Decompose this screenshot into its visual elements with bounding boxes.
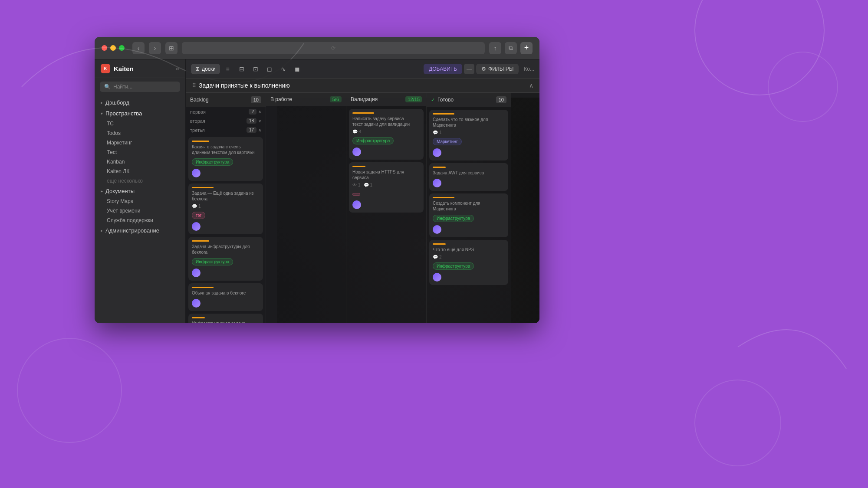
sidebar-item-todos[interactable]: Todos — [95, 128, 185, 138]
board-collapse-button[interactable]: ∧ — [529, 82, 533, 89]
tab-table[interactable]: ⊡ — [250, 63, 262, 75]
group-label: третья — [190, 128, 205, 133]
comment-count: 1 — [198, 204, 201, 209]
tab-calendar[interactable]: ◻ — [263, 63, 276, 75]
tab-boards[interactable]: ⊞ доски — [191, 64, 220, 74]
card-title: Обычная задача в беклоге — [192, 290, 260, 296]
sidebar-collapse-button[interactable]: « — [176, 65, 179, 72]
titlebar-actions: ↑ ⧉ + — [489, 42, 533, 54]
card-meta: 💬 2 — [433, 255, 505, 259]
search-placeholder: Найти... — [113, 84, 132, 90]
card-footer — [352, 200, 420, 209]
sidebar-item-tc[interactable]: ТС — [95, 119, 185, 128]
sidebar-item-kaiten-lk[interactable]: Kaiten ЛК — [95, 167, 185, 176]
card[interactable]: Написать задачу сервиса — текст задачи д… — [349, 109, 424, 160]
card-tag: Инфраструктура — [433, 262, 474, 270]
tab-chart[interactable]: ∿ — [277, 63, 289, 75]
col-header-validation: Валидация 12/15 — [346, 93, 426, 106]
card[interactable]: Что-то ещё для NPS 💬 2 Инфраструктура — [429, 240, 508, 285]
boards-icon: ⊞ — [195, 66, 200, 72]
sidebar-nav: ▸ Дэшборд ▾ Пространства ТС Todos Маркет… — [95, 95, 185, 238]
card-priority-bar — [352, 112, 374, 114]
card[interactable]: Задача AWT для сервиса — [429, 163, 508, 191]
sidebar-item-more[interactable]: ещё несколько — [95, 176, 185, 186]
card-footer — [192, 169, 260, 177]
sidebar-item-documents[interactable]: ▸ Документы — [95, 186, 185, 197]
avatar — [433, 148, 441, 157]
col-body-in-progress — [266, 106, 346, 323]
card-title: Задача — Ещё одна задача из беклога — [192, 190, 260, 202]
sidebar-item-dashboard[interactable]: ▸ Дэшборд — [95, 97, 185, 108]
comment-count: 1 — [370, 183, 373, 187]
card[interactable]: Инфраструктурная задача Инфраструктура — [188, 314, 263, 323]
copy-button[interactable]: ⧉ — [505, 42, 517, 54]
group-badge: 2 — [249, 109, 256, 115]
sidebar-item-kanban[interactable]: Kanban — [95, 157, 185, 167]
add-label: ДОБАВИТЬ — [429, 66, 457, 72]
sidebar-item-story-maps[interactable]: Story Maps — [95, 197, 185, 206]
col-body-backlog: Какая-то задача с очень длинным текстом … — [186, 134, 266, 323]
sidebar-item-spaces[interactable]: ▾ Пространства — [95, 108, 185, 119]
card[interactable]: Сделать что-то важное для Маркетинга 💬 1… — [429, 110, 508, 160]
add-button[interactable]: ДОБАВИТЬ — [424, 64, 462, 74]
card[interactable]: Какая-то задача с очень длинным текстом … — [188, 137, 263, 181]
avatar — [192, 222, 201, 231]
comment-count: 4 — [359, 129, 362, 134]
card-footer — [433, 148, 505, 157]
card-title: Задача инфраструктуры для беклога — [192, 244, 260, 255]
close-button[interactable] — [102, 45, 107, 51]
share-button[interactable]: ↑ — [489, 42, 501, 54]
sidebar-item-marketing[interactable]: Маркетинг — [95, 138, 185, 147]
tab-grid[interactable]: ⊟ — [236, 63, 248, 75]
card[interactable]: Создать компонент для Маркетинга Инфраст… — [429, 193, 508, 237]
tab-timeline[interactable]: ◼ — [291, 63, 303, 75]
card[interactable]: Обычная задача в беклоге — [188, 283, 263, 311]
card[interactable]: Задача — Ещё одна задача из беклога 💬 1 … — [188, 183, 263, 234]
search-box[interactable]: 🔍 Найти... — [100, 82, 180, 92]
group-row-2: вторая 18 ∨ — [186, 116, 266, 125]
sidebar-item-time-tracking[interactable]: Учёт времени — [95, 206, 185, 216]
col-count: 12/15 — [405, 96, 422, 102]
fullscreen-button[interactable] — [119, 45, 125, 51]
board-title: Задачи принятые к выполнению — [199, 82, 290, 89]
card-footer — [192, 269, 260, 277]
new-tab-button[interactable]: + — [520, 42, 533, 54]
board-header: ⠿ Задачи принятые к выполнению ∧ — [186, 79, 539, 93]
group-arrow[interactable]: ∧ — [258, 109, 261, 114]
logo-letter: K — [104, 66, 107, 71]
sidebar-label: Пространства — [105, 110, 142, 117]
card-meta: 👁 1 💬 1 — [352, 183, 420, 187]
card-tag: Маркетинг — [433, 138, 462, 145]
group-arrow[interactable]: ∨ — [258, 118, 261, 123]
card-priority-bar — [192, 240, 209, 242]
sidebar-label: Учёт времени — [107, 208, 140, 214]
card[interactable]: Задача инфраструктуры для беклога Инфрас… — [188, 237, 263, 281]
tab-list[interactable]: ≡ — [222, 63, 234, 75]
card-priority-bar — [192, 141, 209, 142]
sidebar-label: Tеct — [107, 149, 117, 155]
card[interactable]: Новая задача HTTPS для сервиса 👁 1 💬 1 — [349, 162, 424, 213]
card-title: Инфраструктурная задача — [192, 321, 260, 323]
card-footer — [352, 147, 420, 156]
column-backlog: Backlog 10 первая 2 ∧ втора — [186, 93, 266, 323]
sidebar-item-support[interactable]: Служба поддержки — [95, 216, 185, 225]
sidebar-toggle-button[interactable]: ⊞ — [165, 42, 178, 54]
back-button[interactable]: ‹ — [132, 42, 145, 54]
avatar — [433, 273, 441, 282]
arrow-icon: ▾ — [101, 111, 103, 116]
sidebar-item-test[interactable]: Tеct — [95, 147, 185, 157]
comment-icon: 💬 — [433, 255, 438, 259]
avatar — [433, 225, 441, 234]
app-title: Kaiten — [114, 65, 134, 72]
url-bar[interactable]: ⟳ — [182, 42, 485, 54]
card-priority-bar — [433, 167, 446, 168]
toolbar-dash-button[interactable]: — — [464, 64, 474, 74]
minimize-button[interactable] — [110, 45, 116, 51]
forward-button[interactable]: › — [149, 42, 161, 54]
filter-button[interactable]: ⚙ ФИЛЬТРЫ — [476, 64, 519, 74]
sidebar-item-admin[interactable]: ▸ Администрирование — [95, 225, 185, 236]
sidebar-label: Документы — [105, 188, 135, 194]
comment-count: 2 — [439, 255, 442, 259]
group-arrow[interactable]: ∧ — [258, 128, 261, 132]
card-tag: тэг — [192, 212, 205, 219]
